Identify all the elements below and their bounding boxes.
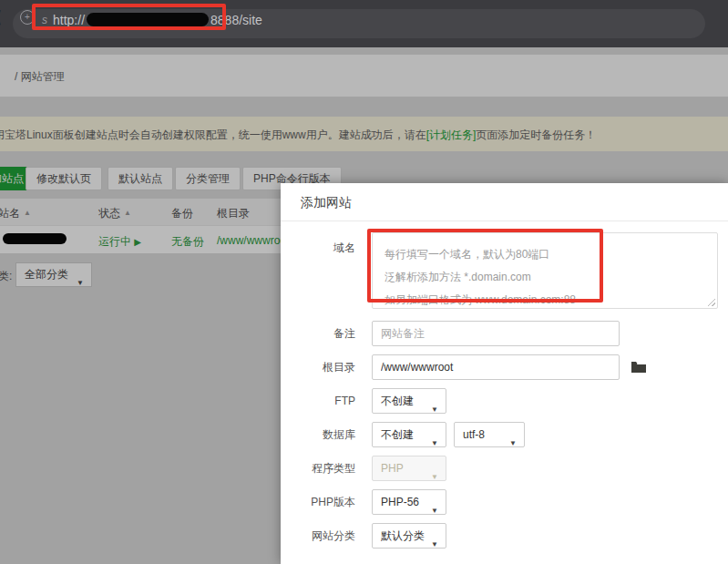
- database-select[interactable]: 不创建▼: [372, 422, 446, 447]
- site-category-label: 网站分类: [281, 528, 355, 544]
- field-site-category: 网站分类 默认分类▼: [281, 523, 728, 549]
- field-php-version: PHP版本 PHP-56▼: [281, 489, 728, 515]
- site-category-select[interactable]: 默认分类▼: [372, 523, 446, 549]
- folder-icon[interactable]: [631, 361, 647, 374]
- browser-left-icon[interactable]: ⟨: [0, 7, 2, 27]
- root-dir-label: 根目录: [281, 360, 355, 375]
- chevron-down-icon: ▼: [431, 533, 438, 557]
- program-type-label: 程序类型: [281, 461, 355, 477]
- chevron-down-icon: ▼: [509, 432, 517, 456]
- field-root-dir: 根目录: [281, 354, 728, 380]
- chevron-down-icon: ▼: [431, 398, 438, 422]
- php-version-select[interactable]: PHP-56▼: [372, 489, 446, 515]
- screen: ⟨ + s http://8888/site / 网站管理 用宝塔Linux面板…: [0, 0, 728, 564]
- ftp-select[interactable]: 不创建▼: [372, 388, 446, 414]
- chevron-down-icon: ▼: [431, 432, 438, 456]
- modal-title: 添加网站: [281, 183, 728, 221]
- annotation-box-domain: [367, 229, 603, 303]
- field-remark: 备注: [281, 321, 728, 346]
- field-ftp: FTP 不创建▼: [281, 388, 728, 414]
- database-label: 数据库: [281, 427, 355, 443]
- root-dir-input[interactable]: [372, 354, 620, 380]
- program-type-select: PHP▼: [372, 456, 446, 481]
- annotation-box-url: [32, 4, 226, 30]
- field-program-type: 程序类型 PHP▼: [281, 456, 728, 481]
- ftp-label: FTP: [281, 395, 355, 407]
- domain-label: 域名: [281, 232, 355, 256]
- charset-select[interactable]: utf-8▼: [454, 422, 525, 447]
- field-database: 数据库 不创建▼ utf-8▼: [281, 422, 728, 447]
- remark-input[interactable]: [372, 321, 620, 346]
- remark-label: 备注: [281, 326, 355, 342]
- php-version-label: PHP版本: [281, 495, 355, 510]
- chevron-down-icon: ▼: [431, 466, 438, 489]
- chevron-down-icon: ▼: [431, 499, 438, 523]
